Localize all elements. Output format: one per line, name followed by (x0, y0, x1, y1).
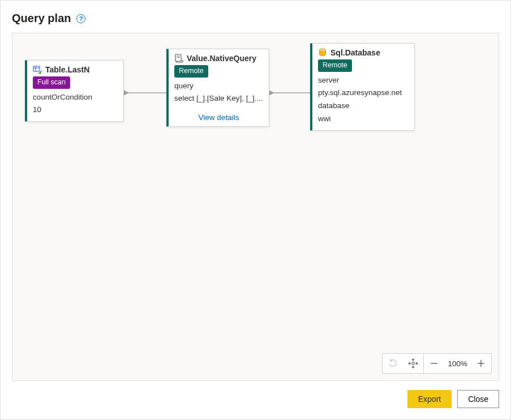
query-plan-canvas[interactable]: Table.LastN Full scan countOrCondition 1… (12, 33, 499, 381)
prop-label: countOrCondition (33, 92, 118, 103)
svg-rect-2 (33, 66, 40, 71)
script-icon (174, 54, 183, 63)
database-value: wwi (318, 114, 409, 125)
database-icon (318, 48, 327, 57)
prop-value: select [_].[Sale Key], [_].... (174, 93, 263, 104)
help-icon[interactable]: ? (76, 14, 85, 23)
plus-icon (477, 359, 485, 367)
arrow-connector (123, 87, 168, 98)
node-body: Full scan countOrCondition 10 (27, 76, 123, 121)
zoom-out-button[interactable] (424, 353, 444, 374)
dialog-footer: Export Close (12, 381, 499, 408)
server-value: pty.sql.azuresynapse.net (318, 88, 409, 98)
svg-point-9 (320, 49, 326, 51)
node-header: Value.NativeQuery (169, 49, 269, 65)
fit-icon (408, 358, 418, 368)
undo-icon (388, 359, 397, 368)
node-title: Table.LastN (45, 65, 89, 74)
svg-rect-10 (412, 362, 414, 365)
node-body: Remote query select [_].[Sale Key], [_].… (169, 65, 269, 110)
zoom-level: 100% (444, 359, 471, 368)
node-title: Value.NativeQuery (187, 54, 256, 63)
database-label: database (318, 101, 409, 112)
fullscan-badge: Full scan (33, 76, 70, 89)
node-header: Sql.Database (312, 44, 414, 59)
prop-value: 10 (33, 105, 118, 115)
node-body: Remote server pty.sql.azuresynapse.net d… (312, 59, 414, 130)
arrow-connector (268, 87, 314, 98)
node-title: Sql.Database (330, 48, 380, 57)
table-icon (33, 65, 42, 74)
dialog-header: Query plan ? (12, 12, 499, 25)
minus-icon (430, 359, 438, 367)
prop-label: query (174, 81, 263, 92)
remote-badge: Remote (174, 65, 208, 78)
dialog-title: Query plan (12, 12, 71, 25)
node-table-lastn[interactable]: Table.LastN Full scan countOrCondition 1… (25, 60, 124, 122)
node-sql-database[interactable]: Sql.Database Remote server pty.sql.azure… (310, 43, 415, 131)
node-header: Table.LastN (27, 61, 123, 76)
zoom-toolbar: 100% (382, 353, 492, 374)
zoom-in-button[interactable] (471, 353, 491, 374)
query-plan-dialog: Query plan ? (0, 0, 511, 420)
node-native-query[interactable]: Value.NativeQuery Remote query select [_… (166, 49, 269, 127)
reset-view-button[interactable] (383, 353, 403, 374)
remote-badge: Remote (318, 59, 352, 72)
close-button[interactable]: Close (457, 390, 499, 408)
server-label: server (318, 75, 409, 86)
fit-view-button[interactable] (403, 353, 423, 374)
export-button[interactable]: Export (407, 390, 452, 408)
view-details-link[interactable]: View details (169, 110, 269, 126)
